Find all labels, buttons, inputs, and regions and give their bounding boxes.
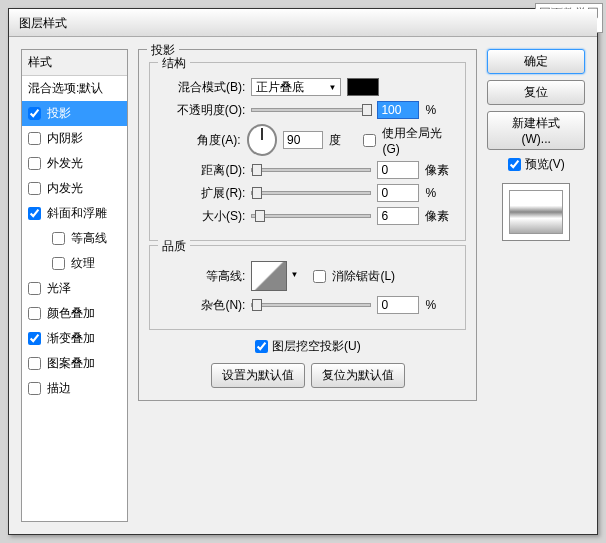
style-item-5[interactable]: 等高线 [22, 226, 127, 251]
contour-row: 等高线: ▼ 消除锯齿(L) [160, 261, 455, 291]
structure-legend: 结构 [158, 55, 190, 72]
knockout-label: 图层挖空投影(U) [272, 338, 361, 355]
preview-label: 预览(V) [525, 156, 565, 173]
style-label: 纹理 [71, 255, 95, 272]
size-slider[interactable] [251, 214, 371, 218]
noise-label: 杂色(N): [160, 297, 245, 314]
style-label: 描边 [47, 380, 71, 397]
distance-slider[interactable] [251, 168, 371, 172]
spread-unit: % [425, 186, 455, 200]
contour-picker[interactable]: ▼ [251, 261, 287, 291]
knockout-row: 图层挖空投影(U) [149, 338, 466, 355]
size-input[interactable]: 6 [377, 207, 419, 225]
slider-thumb[interactable] [252, 164, 262, 176]
style-item-11[interactable]: 描边 [22, 376, 127, 401]
style-checkbox[interactable] [52, 257, 65, 270]
reset-default-button[interactable]: 复位为默认值 [311, 363, 405, 388]
style-checkbox[interactable] [28, 282, 41, 295]
angle-dial[interactable] [247, 124, 277, 156]
preview-box [502, 183, 570, 241]
style-item-8[interactable]: 颜色叠加 [22, 301, 127, 326]
style-label: 外发光 [47, 155, 83, 172]
blend-options-label: 混合选项:默认 [28, 80, 103, 97]
new-style-button[interactable]: 新建样式(W)... [487, 111, 585, 150]
style-checkbox[interactable] [28, 357, 41, 370]
settings-panel: 投影 结构 混合模式(B): 正片叠底 ▼ 不透明度 [138, 49, 477, 522]
angle-row: 角度(A): 90 度 使用全局光(G) [160, 124, 455, 156]
preview-row: 预览(V) [487, 156, 585, 173]
global-light-checkbox[interactable] [363, 134, 376, 147]
style-item-2[interactable]: 外发光 [22, 151, 127, 176]
window-title: 图层样式 [19, 16, 67, 30]
size-unit: 像素 [425, 208, 455, 225]
right-panel: 确定 复位 新建样式(W)... 预览(V) [487, 49, 585, 522]
style-checkbox[interactable] [28, 132, 41, 145]
style-label: 斜面和浮雕 [47, 205, 107, 222]
spread-label: 扩展(R): [160, 185, 245, 202]
knockout-checkbox[interactable] [255, 340, 268, 353]
style-item-9[interactable]: 渐变叠加 [22, 326, 127, 351]
style-item-10[interactable]: 图案叠加 [22, 351, 127, 376]
distance-input[interactable]: 0 [377, 161, 419, 179]
angle-label: 角度(A): [160, 132, 240, 149]
slider-thumb[interactable] [252, 299, 262, 311]
preview-checkbox[interactable] [508, 158, 521, 171]
opacity-unit: % [425, 103, 455, 117]
antialias-checkbox[interactable] [313, 270, 326, 283]
slider-thumb[interactable] [255, 210, 265, 222]
distance-label: 距离(D): [160, 162, 245, 179]
opacity-row: 不透明度(O): 100 % [160, 101, 455, 119]
styles-list: 混合选项:默认 投影内阴影外发光内发光斜面和浮雕等高线纹理光泽颜色叠加渐变叠加图… [22, 76, 127, 401]
spread-slider[interactable] [251, 191, 371, 195]
noise-row: 杂色(N): 0 % [160, 296, 455, 314]
style-checkbox[interactable] [28, 182, 41, 195]
style-checkbox[interactable] [28, 382, 41, 395]
angle-input[interactable]: 90 [283, 131, 323, 149]
style-label: 内阴影 [47, 130, 83, 147]
distance-row: 距离(D): 0 像素 [160, 161, 455, 179]
slider-thumb[interactable] [252, 187, 262, 199]
opacity-label: 不透明度(O): [160, 102, 245, 119]
spread-input[interactable]: 0 [377, 184, 419, 202]
blend-options-item[interactable]: 混合选项:默认 [22, 76, 127, 101]
style-label: 等高线 [71, 230, 107, 247]
style-item-4[interactable]: 斜面和浮雕 [22, 201, 127, 226]
style-item-6[interactable]: 纹理 [22, 251, 127, 276]
chevron-down-icon: ▼ [328, 83, 336, 92]
opacity-slider[interactable] [251, 108, 371, 112]
cancel-button[interactable]: 复位 [487, 80, 585, 105]
opacity-input[interactable]: 100 [377, 101, 419, 119]
style-checkbox[interactable] [28, 107, 41, 120]
style-item-7[interactable]: 光泽 [22, 276, 127, 301]
spread-row: 扩展(R): 0 % [160, 184, 455, 202]
antialias-label: 消除锯齿(L) [332, 268, 395, 285]
style-item-3[interactable]: 内发光 [22, 176, 127, 201]
blend-mode-dropdown[interactable]: 正片叠底 ▼ [251, 78, 341, 96]
distance-unit: 像素 [425, 162, 455, 179]
style-checkbox[interactable] [28, 332, 41, 345]
style-checkbox[interactable] [28, 207, 41, 220]
noise-input[interactable]: 0 [377, 296, 419, 314]
blend-mode-row: 混合模式(B): 正片叠底 ▼ [160, 78, 455, 96]
content: 样式 混合选项:默认 投影内阴影外发光内发光斜面和浮雕等高线纹理光泽颜色叠加渐变… [9, 37, 597, 534]
style-label: 颜色叠加 [47, 305, 95, 322]
blend-mode-value: 正片叠底 [256, 79, 304, 96]
styles-header: 样式 [22, 50, 127, 76]
style-label: 光泽 [47, 280, 71, 297]
style-item-1[interactable]: 内阴影 [22, 126, 127, 151]
style-label: 内发光 [47, 180, 83, 197]
titlebar[interactable]: 图层样式 [9, 9, 597, 37]
noise-slider[interactable] [251, 303, 371, 307]
preview-swatch [509, 190, 563, 234]
effect-fieldset: 投影 结构 混合模式(B): 正片叠底 ▼ 不透明度 [138, 49, 477, 401]
style-item-0[interactable]: 投影 [22, 101, 127, 126]
style-checkbox[interactable] [52, 232, 65, 245]
chevron-down-icon: ▼ [290, 270, 298, 279]
style-checkbox[interactable] [28, 307, 41, 320]
style-checkbox[interactable] [28, 157, 41, 170]
ok-button[interactable]: 确定 [487, 49, 585, 74]
set-default-button[interactable]: 设置为默认值 [211, 363, 305, 388]
shadow-color-swatch[interactable] [347, 78, 379, 96]
slider-thumb[interactable] [362, 104, 372, 116]
style-label: 渐变叠加 [47, 330, 95, 347]
